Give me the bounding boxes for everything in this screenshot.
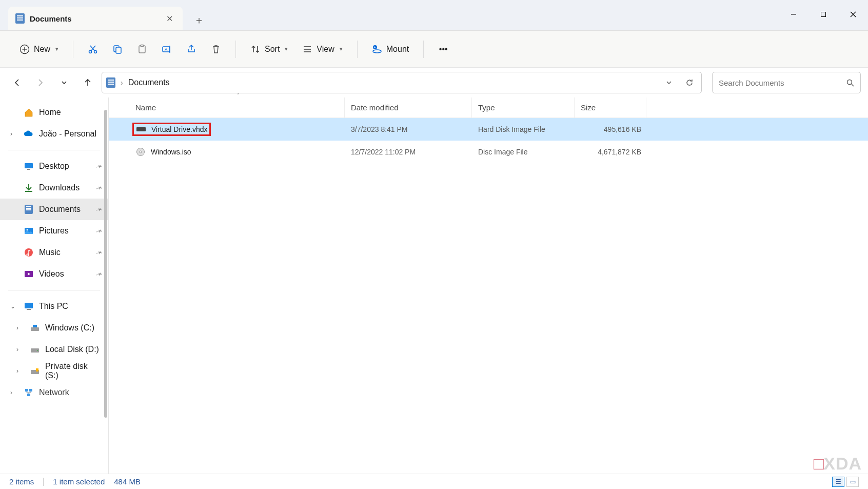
chevron-right-icon[interactable]: ›	[16, 346, 18, 353]
drive-icon	[30, 323, 40, 333]
paste-button[interactable]	[132, 40, 152, 58]
pin-icon[interactable]: 📌︎	[94, 204, 104, 214]
file-list: ˄ Name Date modified Type Size Virtual D…	[109, 97, 868, 474]
sidebar-item-music[interactable]: Music 📌︎	[0, 242, 108, 263]
new-button[interactable]: New ▾	[14, 40, 64, 58]
column-header-size[interactable]: Size	[575, 97, 646, 118]
pin-icon[interactable]: 📌︎	[94, 226, 104, 236]
svg-text:A: A	[165, 47, 168, 52]
sidebar-item-label: Pictures	[39, 226, 69, 236]
column-header-type[interactable]: Type	[472, 97, 575, 118]
maximize-button[interactable]	[808, 4, 838, 25]
trash-icon	[211, 44, 221, 54]
sidebar-item-drive-d[interactable]: › Local Disk (D:)	[0, 339, 108, 360]
address-dropdown[interactable]	[661, 75, 677, 90]
svg-point-7	[89, 50, 92, 53]
view-toggle: ☰ ▭	[832, 477, 859, 487]
sidebar-item-this-pc[interactable]: ⌄ This PC	[0, 296, 108, 317]
file-size: 4,671,872 KB	[575, 148, 646, 156]
close-window-button[interactable]	[838, 4, 868, 25]
rename-button[interactable]: A	[156, 40, 177, 58]
sidebar-item-label: Home	[39, 108, 61, 117]
file-size: 495,616 KB	[575, 125, 646, 133]
chevron-right-icon[interactable]: ›	[16, 324, 18, 331]
chevron-right-icon[interactable]: ›	[16, 367, 18, 375]
sidebar-item-downloads[interactable]: Downloads 📌︎	[0, 177, 108, 199]
up-button[interactable]	[78, 73, 97, 92]
view-icon	[302, 44, 312, 54]
column-header-name[interactable]: ˄ Name	[129, 97, 345, 118]
sidebar-item-network[interactable]: › Network	[0, 382, 108, 403]
share-icon	[186, 44, 196, 54]
status-bar: 2 items 1 item selected 484 MB ☰ ▭	[0, 474, 868, 489]
document-icon	[106, 77, 115, 88]
main-area: Home › João - Personal Desktop 📌︎ Downlo…	[0, 97, 868, 474]
view-button[interactable]: View ▾	[297, 40, 347, 58]
pin-icon[interactable]: 📌︎	[94, 183, 104, 192]
thumbnails-view-button[interactable]: ▭	[846, 477, 859, 487]
music-icon	[24, 247, 34, 258]
new-tab-button[interactable]: ＋	[189, 10, 209, 30]
more-button[interactable]: •••	[433, 40, 453, 58]
file-type: Hard Disk Image File	[472, 125, 575, 133]
file-row[interactable]: Windows.iso 12/7/2022 11:02 PM Disc Imag…	[109, 141, 868, 163]
back-button[interactable]	[7, 73, 27, 92]
address-bar[interactable]: › Documents	[102, 72, 702, 93]
document-icon	[15, 13, 25, 24]
column-header-date[interactable]: Date modified	[345, 97, 472, 118]
file-row[interactable]: Virtual Drive.vhdx 3/7/2023 8:41 PM Hard…	[109, 118, 868, 141]
rename-icon: A	[162, 44, 172, 54]
sidebar-item-drive-c[interactable]: › Windows (C:)	[0, 317, 108, 339]
delete-button[interactable]	[206, 40, 226, 58]
breadcrumb-current[interactable]: Documents	[128, 78, 170, 87]
sort-button[interactable]: Sort ▾	[245, 40, 293, 58]
clipboard-icon	[137, 44, 147, 54]
svg-rect-42	[27, 394, 30, 396]
close-tab-button[interactable]: ✕	[163, 12, 175, 25]
sidebar: Home › João - Personal Desktop 📌︎ Downlo…	[0, 97, 109, 474]
plus-circle-icon	[19, 44, 30, 54]
forward-button[interactable]	[31, 73, 50, 92]
sidebar-item-drive-s[interactable]: › Private disk (S:)	[0, 360, 108, 382]
cut-button[interactable]	[83, 40, 103, 58]
chevron-right-icon[interactable]: ›	[10, 389, 12, 396]
sidebar-item-label: Network	[39, 388, 69, 397]
recent-dropdown[interactable]	[54, 73, 74, 92]
mount-button[interactable]: + Mount	[367, 40, 414, 58]
annotation-highlight: Virtual Drive.vhdx	[132, 123, 211, 136]
pin-icon[interactable]: 📌︎	[94, 269, 104, 279]
chevron-down-icon[interactable]: ⌄	[10, 303, 15, 310]
svg-line-9	[91, 46, 96, 51]
share-button[interactable]	[181, 40, 202, 58]
tab-title: Documents	[30, 14, 72, 23]
sidebar-separator	[8, 150, 100, 150]
pin-icon[interactable]: 📌︎	[94, 247, 104, 257]
sidebar-item-documents[interactable]: Documents 📌︎	[0, 199, 108, 220]
copy-button[interactable]	[107, 40, 128, 58]
chevron-right-icon[interactable]: ›	[10, 130, 12, 138]
refresh-button[interactable]	[682, 75, 697, 90]
sidebar-item-label: João - Personal	[39, 129, 96, 139]
pc-icon	[24, 301, 34, 311]
sort-indicator-icon: ˄	[237, 92, 240, 98]
navbar: › Documents	[0, 68, 868, 97]
svg-point-21	[373, 50, 381, 53]
sidebar-scrollbar[interactable]	[103, 110, 108, 438]
details-view-button[interactable]: ☰	[832, 477, 844, 487]
mount-label: Mount	[386, 45, 409, 54]
sidebar-item-label: This PC	[39, 302, 68, 311]
sidebar-item-home[interactable]: Home	[0, 102, 108, 123]
sidebar-item-videos[interactable]: Videos 📌︎	[0, 263, 108, 285]
sidebar-item-desktop[interactable]: Desktop 📌︎	[0, 155, 108, 177]
search-input[interactable]	[719, 79, 846, 87]
pin-icon[interactable]: 📌︎	[94, 161, 104, 171]
minimize-button[interactable]	[779, 4, 808, 25]
videos-icon	[24, 269, 34, 279]
search-box[interactable]	[712, 72, 861, 93]
desktop-icon	[24, 161, 34, 171]
toolbar-separator	[73, 41, 73, 58]
sidebar-item-personal[interactable]: › João - Personal	[0, 123, 108, 145]
active-tab[interactable]: Documents ✕	[8, 7, 183, 30]
svg-point-45	[140, 151, 142, 153]
sidebar-item-pictures[interactable]: Pictures 📌︎	[0, 220, 108, 242]
